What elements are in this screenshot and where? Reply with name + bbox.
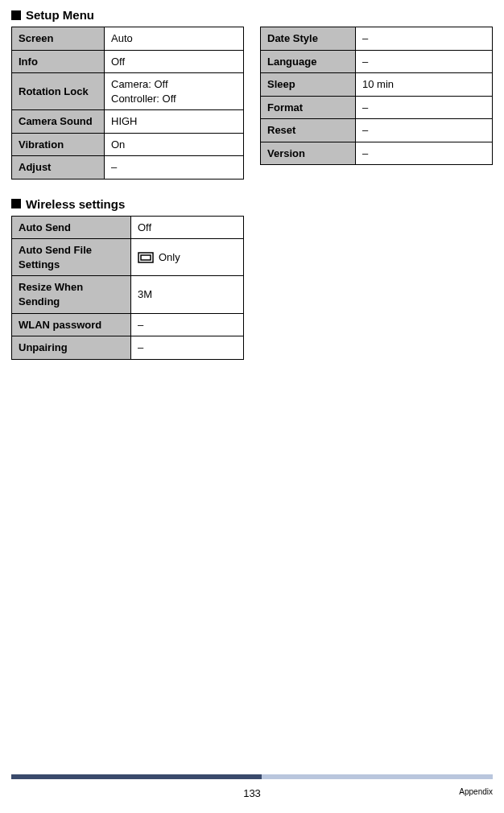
- row-label: Date Style: [261, 27, 356, 51]
- row-label: WLAN password: [12, 313, 131, 336]
- wireless-settings-table: Auto SendOffAuto Send File SettingsOnlyR…: [11, 216, 244, 360]
- table-row: ScreenAuto: [12, 27, 244, 51]
- row-label: Language: [261, 50, 356, 73]
- row-value: Auto: [105, 27, 244, 51]
- table-row: Sleep10 min: [261, 73, 493, 97]
- svg-rect-1: [141, 255, 151, 260]
- table-row: Date Style–: [261, 27, 493, 51]
- row-value: –: [131, 313, 244, 336]
- row-label: Unpairing: [12, 336, 131, 360]
- section-label: Appendix: [459, 787, 493, 796]
- section-heading-wireless: Wireless settings: [11, 197, 493, 211]
- square-bullet-icon: [11, 10, 21, 20]
- row-value: –: [356, 50, 493, 73]
- row-label: Auto Send File Settings: [12, 239, 131, 276]
- table-row: Version–: [261, 142, 493, 165]
- row-label: Info: [12, 50, 105, 73]
- row-value: Off: [131, 216, 244, 239]
- row-value: –: [356, 142, 493, 165]
- row-label: Auto Send: [12, 216, 131, 239]
- row-value: Camera: OffController: Off: [105, 73, 244, 110]
- row-value: –: [356, 119, 493, 142]
- row-label: Reset: [261, 119, 356, 142]
- row-label: Version: [261, 142, 356, 165]
- table-row: WLAN password–: [12, 313, 244, 336]
- row-label: Camera Sound: [12, 110, 105, 134]
- table-row: Adjust–: [12, 156, 244, 180]
- row-value: –: [356, 96, 493, 119]
- row-value: Only: [131, 239, 244, 276]
- row-value-text: Only: [159, 250, 180, 265]
- row-label: Resize When Sending: [12, 276, 131, 313]
- row-label: Sleep: [261, 73, 356, 97]
- table-row: InfoOff: [12, 50, 244, 73]
- page-footer: 133 Appendix: [0, 774, 504, 813]
- table-row: Unpairing–: [12, 336, 244, 360]
- table-row: Rotation LockCamera: OffController: Off: [12, 73, 244, 110]
- setup-menu-tables: ScreenAutoInfoOffRotation LockCamera: Of…: [11, 27, 493, 180]
- table-row: Format–: [261, 96, 493, 119]
- square-bullet-icon: [11, 199, 21, 208]
- row-value: 3M: [131, 276, 244, 313]
- setup-menu-table-right: Date Style–Language–Sleep10 minFormat–Re…: [260, 27, 493, 165]
- table-row: Camera SoundHIGH: [12, 110, 244, 134]
- row-value: 10 min: [356, 73, 493, 97]
- table-row: Language–: [261, 50, 493, 73]
- row-value: –: [105, 156, 244, 180]
- row-label: Screen: [12, 27, 105, 51]
- row-value: On: [105, 133, 244, 156]
- row-value: HIGH: [105, 110, 244, 134]
- setup-menu-table-left: ScreenAutoInfoOffRotation LockCamera: Of…: [11, 27, 244, 180]
- row-label: Vibration: [12, 133, 105, 156]
- table-row: Resize When Sending3M: [12, 276, 244, 313]
- section-heading-setup-menu: Setup Menu: [11, 8, 493, 22]
- page-number: 133: [243, 787, 261, 799]
- table-row: Auto Send File SettingsOnly: [12, 239, 244, 276]
- footer-divider-bar: [11, 774, 493, 779]
- heading-text: Wireless settings: [26, 197, 125, 211]
- heading-text: Setup Menu: [26, 8, 94, 22]
- table-row: Auto SendOff: [12, 216, 244, 239]
- table-row: Reset–: [261, 119, 493, 142]
- screen-icon: [138, 252, 154, 263]
- row-label: Format: [261, 96, 356, 119]
- row-value: –: [131, 336, 244, 360]
- row-value: –: [356, 27, 493, 51]
- table-row: VibrationOn: [12, 133, 244, 156]
- row-label: Adjust: [12, 156, 105, 180]
- row-value: Off: [105, 50, 244, 73]
- row-label: Rotation Lock: [12, 73, 105, 110]
